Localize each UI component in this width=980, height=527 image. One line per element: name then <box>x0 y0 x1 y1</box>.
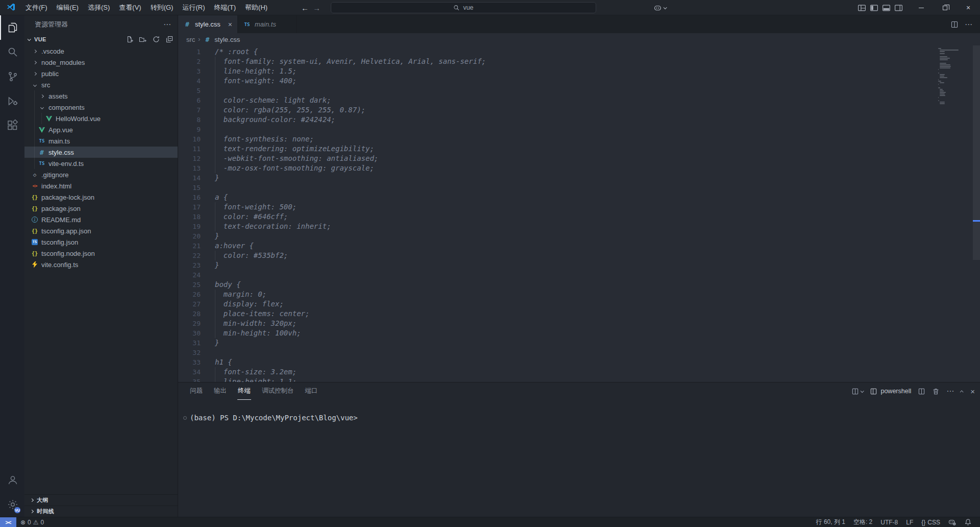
tree-item[interactable]: index.html <box>24 180 178 191</box>
code-line[interactable]: 2 font-family: system-ui, Avenir, Helvet… <box>178 57 936 66</box>
breadcrumb-file[interactable]: style.css <box>214 36 240 43</box>
menu-item[interactable]: 查看(V) <box>114 0 145 15</box>
menu-item[interactable]: 选择(S) <box>83 0 114 15</box>
refresh-icon[interactable] <box>152 35 160 43</box>
tree-item[interactable]: HelloWorld.vue <box>24 113 178 124</box>
tree-item[interactable]: vite-env.d.ts <box>24 158 178 169</box>
code-line[interactable]: 33 h1 { <box>178 357 936 367</box>
collapse-all-icon[interactable] <box>165 35 174 43</box>
command-center-search[interactable]: vue <box>331 2 596 13</box>
problems-status[interactable]: ⊗ 0 ⚠ 0 <box>16 517 48 527</box>
code-line[interactable]: 24 <box>178 270 936 280</box>
panel-tab[interactable]: 问题 <box>184 382 208 400</box>
restore-button[interactable] <box>933 0 957 15</box>
tree-item[interactable]: tsconfig.node.json <box>24 248 178 259</box>
close-tab-icon[interactable]: × <box>228 20 232 29</box>
panel-tab[interactable]: 终端 <box>232 382 256 400</box>
tree-item[interactable]: package.json <box>24 203 178 214</box>
split-editor-icon[interactable] <box>950 20 959 29</box>
code-line[interactable]: 3 line-height: 1.5; <box>178 66 936 76</box>
code-line[interactable]: 19 text-decoration: inherit; <box>178 222 936 231</box>
tree-item[interactable]: main.ts <box>24 135 178 147</box>
code-line[interactable]: 21 a:hover { <box>178 241 936 251</box>
code-line[interactable]: 22 color: #535bf2; <box>178 251 936 260</box>
maximize-panel-icon[interactable] <box>960 390 964 394</box>
code-line[interactable]: 30 min-height: 100vh; <box>178 328 936 338</box>
breadcrumb[interactable]: src › style.css <box>178 33 980 45</box>
scrollbar-thumb[interactable] <box>973 45 980 260</box>
customize-layout-icon[interactable] <box>857 4 866 12</box>
code-line[interactable]: 15 <box>178 183 936 193</box>
collapsed-section[interactable]: 大纲 <box>24 494 178 506</box>
tree-item[interactable]: vite.config.ts <box>24 259 178 270</box>
tree-item[interactable]: style.css <box>24 147 178 158</box>
minimap[interactable] <box>936 45 973 382</box>
launch-profile[interactable] <box>851 388 863 395</box>
code-line[interactable]: 13 -moz-osx-font-smoothing: grayscale; <box>178 163 936 173</box>
terminal-content[interactable]: (base) PS D:\Mycode\MyProject\Blog\vue> <box>178 400 980 517</box>
tree-item[interactable]: tsconfig.json <box>24 236 178 248</box>
editor-tab[interactable]: style.css × <box>178 15 238 33</box>
code-line[interactable]: 25 body { <box>178 280 936 290</box>
code-line[interactable]: 20 } <box>178 231 936 241</box>
language-mode[interactable]: {} CSS <box>917 517 944 527</box>
code-line[interactable]: 31 } <box>178 338 936 348</box>
project-section-header[interactable]: VUE <box>24 33 178 45</box>
more-actions-icon[interactable]: ⋯ <box>946 387 954 396</box>
code-line[interactable]: 7 color: rgba(255, 255, 255, 0.87); <box>178 105 936 115</box>
remote-indicator[interactable]: >< <box>0 517 16 527</box>
code-line[interactable]: 18 color: #646cff; <box>178 212 936 222</box>
tree-item[interactable]: .gitignore <box>24 169 178 180</box>
tree-item[interactable]: README.md <box>24 214 178 225</box>
tree-item[interactable]: components <box>24 102 178 113</box>
code-area[interactable]: 1 /* :root { 2 font-family: system-ui, A… <box>178 45 936 382</box>
minimize-button[interactable] <box>910 0 933 15</box>
tree-item[interactable]: .vscode <box>24 45 178 57</box>
code-line[interactable]: 10 font-synthesis: none; <box>178 134 936 144</box>
toggle-secondary-sidebar-icon[interactable] <box>894 4 903 12</box>
menu-item[interactable]: 转到(G) <box>146 0 178 15</box>
code-line[interactable]: 34 font-size: 3.2em; <box>178 367 936 377</box>
panel-tab[interactable]: 调试控制台 <box>256 382 300 400</box>
collapsed-section[interactable]: 时间线 <box>24 506 178 517</box>
menu-item[interactable]: 终端(T) <box>209 0 240 15</box>
code-line[interactable]: 8 background-color: #242424; <box>178 115 936 125</box>
panel-tab[interactable]: 输出 <box>208 382 232 400</box>
tree-item[interactable]: src <box>24 79 178 90</box>
menu-item[interactable]: 运行(R) <box>178 0 209 15</box>
close-button[interactable]: × <box>957 0 980 15</box>
code-line[interactable]: 23 } <box>178 260 936 270</box>
copilot-status[interactable] <box>944 517 960 527</box>
toggle-sidebar-icon[interactable] <box>870 4 878 12</box>
run-and-debug-icon[interactable] <box>0 89 24 113</box>
more-actions-icon[interactable]: ⋯ <box>163 20 172 29</box>
code-line[interactable]: 5 <box>178 86 936 95</box>
code-line[interactable]: 9 <box>178 125 936 134</box>
code-line[interactable]: 29 min-width: 320px; <box>178 319 936 328</box>
copilot-menu[interactable] <box>653 0 666 15</box>
code-line[interactable]: 16 a { <box>178 193 936 202</box>
terminal-tab[interactable]: powershell <box>870 388 911 395</box>
code-line[interactable]: 35 line-height: 1.1; <box>178 377 936 382</box>
notifications[interactable] <box>960 517 976 527</box>
forward-arrow-icon[interactable]: → <box>313 4 321 12</box>
tree-item[interactable]: assets <box>24 90 178 102</box>
split-terminal-icon[interactable] <box>918 388 925 395</box>
status-item[interactable]: LF <box>902 517 917 527</box>
code-line[interactable]: 28 place-items: center; <box>178 309 936 319</box>
menu-item[interactable]: 文件(F) <box>21 0 52 15</box>
code-line[interactable]: 32 <box>178 348 936 357</box>
code-line[interactable]: 27 display: flex; <box>178 299 936 309</box>
code-line[interactable]: 14 } <box>178 173 936 183</box>
editor-tab[interactable]: main.ts × <box>238 15 297 33</box>
code-line[interactable]: 26 margin: 0; <box>178 290 936 299</box>
status-item[interactable]: UTF-8 <box>876 517 902 527</box>
code-line[interactable]: 12 -webkit-font-smoothing: antialiased; <box>178 154 936 163</box>
search-icon[interactable] <box>0 40 24 64</box>
status-item[interactable]: 空格: 2 <box>849 517 876 527</box>
code-line[interactable]: 11 text-rendering: optimizeLegibility; <box>178 144 936 154</box>
code-line[interactable]: 17 font-weight: 500; <box>178 202 936 212</box>
close-panel-icon[interactable]: × <box>970 387 975 396</box>
settings-gear-icon[interactable]: VU <box>0 492 24 517</box>
tree-item[interactable]: tsconfig.app.json <box>24 225 178 236</box>
